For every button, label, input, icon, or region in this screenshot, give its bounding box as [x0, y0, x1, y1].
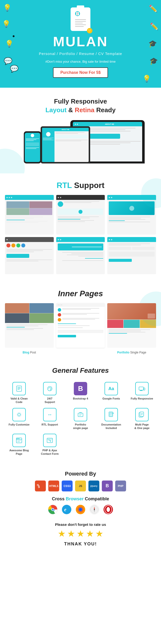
hero-section: 💡 💡 💡 💬 ✏️ ✏️ 🎓 🎓 • 💬 💡 💛 [0, 0, 161, 88]
feature-blog-label: Awesome BlogPage [10, 448, 29, 456]
rtl-dot [111, 239, 112, 240]
google-fonts-icon: Aa [104, 382, 118, 395]
portfolio-card-img [107, 303, 156, 328]
tech-icons-row: 5 H HTML5 CSS3 JS jQuery B PHP [5, 480, 156, 492]
feature-portfolio: Portfoliosingle page [66, 408, 94, 430]
inner-card-blog-2 [56, 303, 105, 348]
device-phone [24, 131, 41, 164]
rtl-dot [58, 197, 59, 198]
rtl-dot [11, 197, 12, 198]
html5-badge: 5 H [35, 480, 46, 492]
stars-row: ★ ★ ★ ★ ★ [5, 528, 156, 539]
rtl-dot [60, 239, 61, 240]
deco-pencil-2: ✏️ [150, 22, 158, 30]
deco-bulb-1: 💡 [3, 4, 12, 12]
chrome-icon [47, 504, 58, 515]
svg-rect-6 [139, 387, 144, 390]
svg-text:H: H [37, 484, 39, 486]
rtl-grid-bottom [5, 237, 156, 274]
feature-fonts-label: Google Fonts [102, 397, 120, 400]
feature-247: 24/7Support [36, 382, 64, 404]
rtl-card-4-body [5, 242, 54, 274]
rate-text: Please don't forget to rate us [5, 522, 156, 526]
svg-point-46 [80, 508, 82, 510]
feature-valid-label: Valid & CleanCode [10, 397, 28, 404]
rtl-card-2 [56, 195, 105, 234]
rtl-card-1-body [5, 200, 54, 234]
svg-point-40 [52, 508, 54, 510]
spacer-label [56, 351, 105, 354]
inner-card-1-image [5, 303, 54, 323]
feature-google-fonts: Aa Google Fonts [97, 382, 125, 404]
svg-point-5 [50, 390, 50, 391]
deco-chat-2: 💬 [10, 65, 18, 73]
feature-multipage: Multi Page& One page [128, 408, 156, 430]
responsive-heading: Fully Responsive [5, 98, 156, 105]
portfolio-icon [74, 408, 87, 421]
svg-point-54 [106, 507, 110, 512]
comment-2 [58, 313, 104, 316]
blog-post-label: Blog Post [5, 351, 54, 354]
star-1: ★ [58, 528, 66, 539]
rtl-suffix: Support [72, 181, 104, 190]
deco-bulb-2: 💡 [2, 20, 11, 28]
feature-rtl-label: RTL Support [42, 423, 58, 426]
features-section: General Features Valid & CleanCode [0, 359, 161, 466]
star-5: ★ [95, 528, 103, 539]
svg-rect-7 [144, 388, 145, 390]
rtl-heading: RTL Support [5, 181, 156, 190]
cross-browser-section: Cross Browser Compatible e [5, 496, 156, 515]
rtl-dot [60, 197, 61, 198]
rtl-grid-top [5, 195, 156, 234]
svg-text:e: e [64, 507, 66, 512]
firefox-icon [75, 504, 86, 515]
feature-customize-label: Fully Customize [9, 423, 30, 426]
rtl-card-6-header [107, 237, 156, 242]
rtl-card-1-header [5, 195, 54, 200]
inner-card-2-body [56, 307, 105, 339]
svg-point-9 [18, 414, 20, 416]
multipage-icon [135, 408, 148, 421]
inner-card-portfolio [107, 303, 156, 348]
feature-docs: DocumentationIncluded [97, 408, 125, 430]
portfolio-card-body [107, 328, 156, 348]
feature-responsive: Fully Responsive [128, 382, 156, 404]
feature-php: PHP & AjaxContact Form [36, 434, 64, 456]
responsive-title: Fully Responsive [54, 98, 107, 105]
rtl-card-5-body [56, 242, 105, 274]
rtl-card-1 [5, 195, 54, 234]
feature-valid-code: Valid & CleanCode [5, 382, 33, 404]
feature-docs-label: DocumentationIncluded [101, 423, 121, 430]
rtl-card-3 [107, 195, 156, 234]
rtl-card-1-images [6, 201, 52, 215]
purchase-button[interactable]: Purchase Now For 5$ [53, 67, 108, 78]
css3-badge: CSS3 [62, 480, 72, 492]
rtl-dot [111, 197, 112, 198]
rtl-card-6-body [107, 242, 156, 274]
hero-document-icon: 💛 [70, 8, 90, 31]
powered-section: Powered By 5 H HTML5 CSS3 JS jQuery B PH… [0, 466, 161, 554]
ie-icon: e [61, 504, 72, 515]
customize-icon [12, 408, 26, 421]
responsive-subheading: Layout & Retina Ready [5, 106, 156, 114]
svg-point-31 [18, 438, 18, 439]
rtl-dot [109, 197, 110, 198]
blog-icon [12, 434, 26, 447]
thankyou-text: THNAK YOU! [5, 542, 156, 547]
svg-rect-11 [78, 413, 83, 416]
rtl-icon: ↔ [43, 408, 56, 421]
rtl-title: RTL [56, 181, 72, 190]
hero-title: MULAN [5, 34, 156, 50]
hero-subtitle: Personal / Portfolio / Resume / CV Templ… [5, 52, 156, 56]
feature-responsive-label: Fully Responsive [131, 397, 153, 400]
responsive-icon [135, 382, 148, 395]
bootstrap-badge: B [102, 480, 113, 492]
rtl-dot [58, 239, 59, 240]
purchase-btn-text: Purchase Now For [60, 70, 96, 74]
inner-page-labels: Blog Post Portfolio Single Page [5, 351, 156, 354]
svg-point-51 [94, 509, 95, 510]
rtl-dot [109, 239, 110, 240]
cross-browser-text: Cross Browser Compatible [5, 496, 156, 502]
jquery-badge: jQuery [88, 480, 99, 492]
feature-customize: Fully Customize [5, 408, 33, 430]
